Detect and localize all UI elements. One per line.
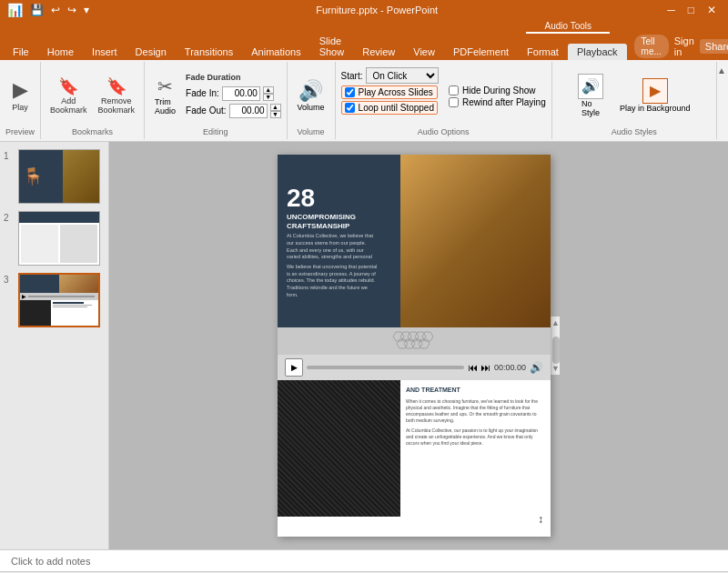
slide-1-number: 1 [4, 151, 15, 161]
tab-pdfelement[interactable]: PDFelement [444, 44, 518, 60]
slide-1-bg: 🪑 [19, 150, 99, 203]
tab-insert[interactable]: Insert [83, 44, 126, 60]
tab-review[interactable]: Review [353, 44, 404, 60]
player-volume-button[interactable]: 🔊 [530, 361, 543, 374]
quick-access-toolbar: 💾 ↩ ↪ ▾ [28, 4, 91, 16]
bookmarks-group-label: Bookmarks [72, 126, 113, 137]
slide-title-text: UNCOMPROMISING CRAFTSMANSHIP [287, 213, 378, 230]
fade-in-up[interactable]: ▲ [263, 86, 274, 94]
main-tabs-row: File Home Insert Design Transitions Anim… [0, 20, 728, 60]
ribbon-collapse-button[interactable]: ▲ [717, 62, 728, 139]
tab-transitions[interactable]: Transitions [176, 44, 242, 60]
player-progress-bar[interactable] [307, 366, 464, 369]
player-time-display: 00:00.00 [494, 363, 526, 372]
add-bookmark-button[interactable]: 🔖 AddBookmark [46, 75, 91, 116]
trim-audio-button[interactable]: ✂ TrimAudio [150, 73, 180, 118]
audio-tools-label: Audio Tools [526, 20, 610, 34]
tell-me-input[interactable]: Tell me... [634, 35, 669, 58]
play-label: Play [12, 103, 28, 112]
right-scrollbar[interactable]: ▲ ▼ [551, 317, 560, 375]
scroll-up-button[interactable]: ▲ [551, 318, 560, 327]
slide-3-thumb[interactable]: ▶ [18, 273, 100, 327]
slide-1-inner: 🪑 [19, 150, 99, 203]
player-play-button[interactable]: ▶ [285, 358, 303, 377]
start-dropdown[interactable]: On Click Automatically When Clicked On [366, 67, 439, 84]
slide-2-bg [19, 212, 99, 265]
canvas-area: 28 UNCOMPROMISING CRAFTSMANSHIP At Colum… [109, 142, 728, 549]
slide-canvas[interactable]: 28 UNCOMPROMISING CRAFTSMANSHIP At Colum… [278, 155, 551, 537]
play-button[interactable]: ▶ Play [7, 75, 33, 115]
tab-slideshow[interactable]: Slide Show [310, 33, 354, 60]
slide-2-thumb[interactable] [18, 211, 100, 266]
player-controls: ⏮ ⏭ [468, 362, 490, 373]
rewind-after-checkbox[interactable] [449, 97, 459, 107]
ribbon-group-audio-options: Start: On Click Automatically When Click… [336, 62, 552, 139]
volume-label: Volume [298, 103, 325, 112]
audio-options-group-label: Audio Options [418, 126, 470, 137]
redo-button[interactable]: ↪ [66, 4, 78, 16]
loop-until-checkbox[interactable] [345, 103, 355, 113]
save-button[interactable]: 💾 [28, 4, 46, 16]
tab-design[interactable]: Design [126, 44, 176, 60]
slide-3-text-line2 [53, 305, 92, 306]
hex-pattern-svg [387, 330, 441, 353]
close-button[interactable]: ✕ [703, 4, 721, 16]
slide-3-item[interactable]: 3 ▶ [4, 273, 105, 327]
fade-in-down[interactable]: ▼ [263, 94, 274, 101]
slide-2-item[interactable]: 2 [4, 211, 105, 266]
fade-in-row: Fade In: ▲ ▼ [186, 86, 280, 101]
player-forward-button[interactable]: ⏭ [480, 362, 490, 373]
remove-bookmark-label: RemoveBookmark [98, 96, 136, 115]
hide-during-checkbox[interactable] [449, 85, 459, 96]
remove-bookmark-button[interactable]: 🔖 RemoveBookmark [95, 75, 139, 116]
tab-format[interactable]: Format [518, 44, 568, 60]
audio-styles-content: 🔊 NoStyle ▶ Play in Background [573, 64, 695, 126]
fade-out-input[interactable] [229, 104, 268, 118]
volume-button[interactable]: 🔊 Volume [293, 76, 329, 115]
play-background-button[interactable]: ▶ Play in Background [615, 75, 695, 116]
slide-bottom-section: AND TREATMENT When it comes to choosing … [278, 380, 551, 517]
scroll-down-button[interactable]: ▼ [551, 364, 560, 373]
qat-more-button[interactable]: ▾ [82, 4, 91, 16]
play-across-checkbox[interactable] [345, 87, 355, 97]
audio-player-bar: ▶ ⏮ ⏭ 00:00.00 🔊 [278, 355, 551, 380]
tab-animations[interactable]: Animations [242, 44, 309, 60]
tab-view[interactable]: View [404, 44, 444, 60]
slide-3-text-line3 [53, 307, 87, 307]
slide-bottom-title: AND TREATMENT [406, 386, 545, 396]
fade-in-input[interactable] [222, 86, 260, 101]
fade-out-up[interactable]: ▲ [270, 104, 281, 111]
slide-big-number: 28 [287, 184, 378, 213]
tab-home[interactable]: Home [38, 44, 83, 60]
tab-playback[interactable]: Playback [568, 44, 627, 60]
slide-3-text-line1 [53, 302, 83, 304]
notes-area[interactable]: Click to add notes [0, 549, 728, 571]
share-button[interactable]: Share [700, 39, 728, 54]
svg-marker-4 [422, 332, 433, 341]
minimize-button[interactable]: ─ [662, 4, 680, 16]
signin-button[interactable]: Sign in [674, 35, 694, 57]
slide-1-thumb[interactable]: 🪑 [18, 149, 100, 204]
slide-bottom-para1: When it comes to choosing furniture, we'… [406, 398, 545, 424]
fade-in-spinner[interactable]: ▲ ▼ [263, 86, 274, 101]
slide-bottom-text: AND TREATMENT When it comes to choosing … [400, 380, 551, 517]
no-style-button[interactable]: 🔊 NoStyle [573, 71, 608, 120]
volume-content: 🔊 Volume [293, 64, 329, 126]
fade-out-spinner[interactable]: ▲ ▼ [270, 104, 281, 118]
tab-file[interactable]: File [4, 44, 38, 60]
hide-during-label: Hide During Show [462, 85, 536, 96]
player-back-button[interactable]: ⏮ [468, 362, 478, 373]
slide-1-item[interactable]: 1 🪑 [4, 149, 105, 204]
play-across-row: Play Across Slides [341, 85, 438, 99]
start-label: Start: [341, 71, 363, 81]
slide-body-text2: We believe that uncovering that potentia… [287, 264, 378, 298]
scroll-thumb[interactable] [552, 337, 560, 364]
ribbon-group-bookmarks: 🔖 AddBookmark 🔖 RemoveBookmark Bookmarks [41, 62, 145, 139]
slide-3-bar [28, 296, 95, 297]
slide-2-number: 2 [4, 213, 15, 223]
editing-content: ✂ TrimAudio Fade Duration Fade In: ▲ ▼ F… [150, 64, 281, 126]
resize-cursor[interactable]: ↕ [538, 513, 543, 526]
maximize-button[interactable]: □ [683, 4, 699, 16]
undo-button[interactable]: ↩ [49, 4, 62, 16]
fade-out-down[interactable]: ▼ [270, 111, 281, 118]
